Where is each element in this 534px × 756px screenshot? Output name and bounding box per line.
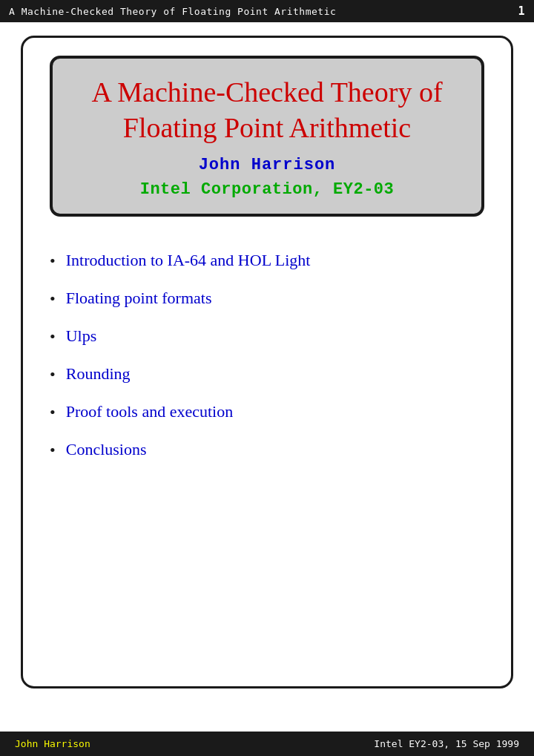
main-title: A Machine-Checked Theory of Floating Poi… (75, 75, 459, 145)
bullet-list: •Introduction to IA-64 and HOL Light•Flo… (50, 243, 484, 467)
bottom-bar: John Harrison Intel EY2-03, 15 Sep 1999 (0, 732, 534, 756)
title-box: A Machine-Checked Theory of Floating Poi… (50, 56, 484, 217)
top-bar-title: A Machine-Checked Theory of Floating Poi… (9, 6, 336, 17)
bullet-item: •Conclusions (50, 433, 484, 467)
bullet-dot: • (50, 252, 56, 271)
bullet-item: •Rounding (50, 357, 484, 392)
bullet-dot: • (50, 327, 56, 346)
footer-left: John Harrison (12, 737, 93, 751)
slide-container: A Machine-Checked Theory of Floating Poi… (21, 36, 513, 688)
bullet-text: Floating point formats (66, 289, 212, 308)
bullet-item: •Introduction to IA-64 and HOL Light (50, 243, 484, 278)
bullet-text: Proof tools and execution (66, 402, 233, 421)
bullet-dot: • (50, 403, 56, 422)
bullet-text: Ulps (66, 326, 97, 346)
bullet-item: •Proof tools and execution (50, 395, 484, 430)
bullet-text: Conclusions (66, 440, 147, 459)
author-name: John Harrison (75, 156, 459, 174)
bullet-dot: • (50, 289, 56, 309)
footer-right: Intel EY2-03, 15 Sep 1999 (371, 737, 522, 751)
top-bar: A Machine-Checked Theory of Floating Poi… (0, 0, 534, 22)
bullet-item: •Ulps (50, 319, 484, 354)
bullet-dot: • (50, 365, 56, 384)
top-bar-page-number: 1 (518, 4, 525, 18)
affiliation: Intel Corporation, EY2-03 (75, 180, 459, 199)
bullet-item: •Floating point formats (50, 281, 484, 316)
bullet-text: Introduction to IA-64 and HOL Light (66, 251, 311, 270)
bullet-text: Rounding (66, 364, 131, 384)
bullet-dot: • (50, 441, 56, 460)
